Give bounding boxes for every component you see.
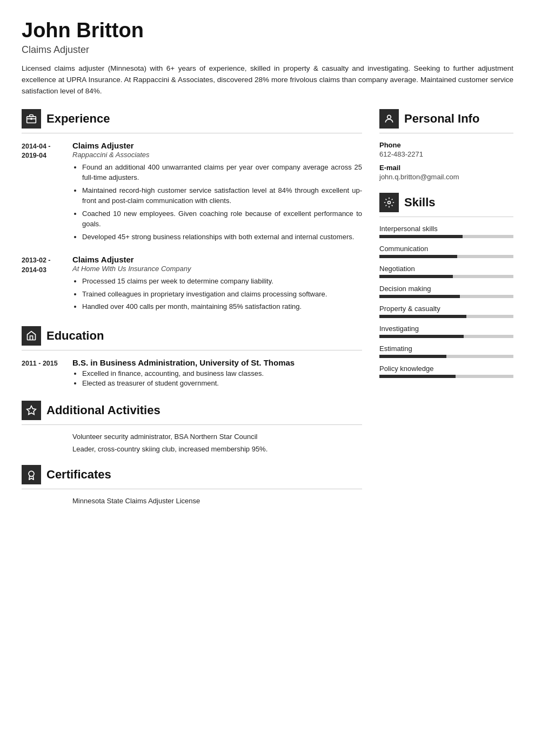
- activities-heading: Additional Activities: [22, 401, 362, 420]
- certificate-item: Minnesota State Claims Adjuster License: [22, 497, 362, 505]
- skill-bar-fill: [379, 355, 446, 358]
- education-item: 2011 - 2015 B.S. in Business Administrat…: [22, 358, 362, 389]
- experience-list: 2014-04 -2019-04 Claims Adjuster Rappacc…: [22, 141, 362, 314]
- edu-content: B.S. in Business Administration, Univers…: [72, 358, 362, 389]
- skill-item: Negotiation: [379, 265, 513, 278]
- exp-job-title: Claims Adjuster: [72, 255, 362, 264]
- candidate-summary: Licensed claims adjuster (Minnesota) wit…: [22, 63, 513, 97]
- skills-divider: [379, 217, 513, 217]
- skill-bar-fill: [379, 275, 453, 278]
- skills-list: Interpersonal skills Communication Negot…: [379, 225, 513, 378]
- phone-value: 612-483-2271: [379, 150, 513, 158]
- skill-name: Estimating: [379, 345, 513, 353]
- skill-bar-fill: [379, 295, 460, 298]
- exp-bullet: Found an additional 400 unwarranted clai…: [82, 162, 362, 183]
- exp-bullet: Coached 10 new employees. Given coaching…: [82, 208, 362, 230]
- skill-bar-fill: [379, 335, 464, 338]
- experience-item: 2014-04 -2019-04 Claims Adjuster Rappacc…: [22, 141, 362, 245]
- right-column: Personal Info Phone 612-483-2271 E-mail …: [379, 109, 513, 390]
- experience-title: Experience: [46, 112, 110, 126]
- skill-name: Negotiation: [379, 265, 513, 273]
- skill-bar-bg: [379, 275, 513, 278]
- edu-bullet: Elected as treasurer of student governme…: [82, 379, 362, 387]
- svg-point-6: [388, 201, 391, 204]
- skill-name: Interpersonal skills: [379, 225, 513, 233]
- skill-bar-fill: [379, 255, 457, 258]
- experience-item: 2013-02 -2014-03 Claims Adjuster At Home…: [22, 255, 362, 314]
- experience-heading: Experience: [22, 109, 362, 129]
- email-value: john.q.britton@gmail.com: [379, 173, 513, 181]
- skill-bar-fill: [379, 315, 466, 318]
- edu-degree: B.S. in Business Administration, Univers…: [72, 358, 362, 367]
- activity-item: Volunteer security administrator, BSA No…: [22, 433, 362, 441]
- exp-content: Claims Adjuster At Home With Us Insuranc…: [72, 255, 362, 314]
- exp-company: Rappaccini & Associates: [72, 151, 362, 159]
- candidate-name: John Britton: [22, 19, 513, 42]
- education-title: Education: [46, 329, 104, 343]
- activity-indent: [22, 445, 64, 453]
- activities-divider: [22, 424, 362, 425]
- skill-name: Policy knowledge: [379, 364, 513, 373]
- education-icon: [22, 326, 41, 346]
- skill-bar-bg: [379, 315, 513, 318]
- skill-bar-bg: [379, 255, 513, 258]
- skill-item: Interpersonal skills: [379, 225, 513, 238]
- education-divider: [22, 350, 362, 350]
- activity-text: Leader, cross-country skiing club, incre…: [72, 445, 268, 453]
- skill-name: Decision making: [379, 285, 513, 293]
- education-section: Education 2011 - 2015 B.S. in Business A…: [22, 326, 362, 389]
- skills-icon: [379, 193, 399, 212]
- skill-item: Investigating: [379, 325, 513, 338]
- skills-section: Skills Interpersonal skills Communicatio…: [379, 193, 513, 378]
- skill-name: Communication: [379, 245, 513, 253]
- skill-name: Property & casualty: [379, 305, 513, 313]
- exp-bullets: Found an additional 400 unwarranted clai…: [72, 162, 362, 242]
- edu-date: 2011 - 2015: [22, 358, 64, 389]
- skill-bar-bg: [379, 375, 513, 378]
- svg-rect-2: [30, 118, 32, 119]
- skill-bar-fill: [379, 235, 463, 238]
- exp-date: 2014-04 -2019-04: [22, 141, 64, 245]
- certificates-list: Minnesota State Claims Adjuster License: [22, 497, 362, 505]
- exp-bullet: Trained colleagues in proprietary invest…: [82, 289, 362, 300]
- personal-divider: [379, 133, 513, 133]
- skill-bar-fill: [379, 375, 456, 378]
- experience-section: Experience 2014-04 -2019-04 Claims Adjus…: [22, 109, 362, 314]
- activity-text: Volunteer security administrator, BSA No…: [72, 433, 258, 441]
- certificates-divider: [22, 489, 362, 489]
- activities-section: Additional Activities Volunteer security…: [22, 401, 362, 453]
- exp-date: 2013-02 -2014-03: [22, 255, 64, 314]
- exp-bullet: Processed 15 claims per week to determin…: [82, 276, 362, 287]
- skills-title: Skills: [404, 195, 435, 210]
- exp-bullet: Maintained record-high customer service …: [82, 185, 362, 206]
- resume-header: John Britton Claims Adjuster Licensed cl…: [22, 19, 513, 97]
- candidate-title: Claims Adjuster: [22, 44, 513, 56]
- main-content: Experience 2014-04 -2019-04 Claims Adjus…: [22, 109, 513, 517]
- certificates-heading: Certificates: [22, 465, 362, 484]
- activities-list: Volunteer security administrator, BSA No…: [22, 433, 362, 453]
- personal-info-heading: Personal Info: [379, 109, 513, 129]
- email-label: E-mail: [379, 164, 513, 172]
- skills-heading: Skills: [379, 193, 513, 212]
- exp-job-title: Claims Adjuster: [72, 141, 362, 150]
- skill-bar-bg: [379, 295, 513, 298]
- skill-item: Decision making: [379, 285, 513, 298]
- exp-content: Claims Adjuster Rappaccini & Associates …: [72, 141, 362, 245]
- personal-info-title: Personal Info: [404, 112, 479, 126]
- personal-info-section: Personal Info Phone 612-483-2271 E-mail …: [379, 109, 513, 181]
- skill-name: Investigating: [379, 325, 513, 333]
- certificates-section: Certificates Minnesota State Claims Adju…: [22, 465, 362, 505]
- activity-indent: [22, 433, 64, 441]
- edu-bullet: Excelled in finance, accounting, and bus…: [82, 369, 362, 377]
- cert-indent: [22, 497, 64, 505]
- skill-item: Estimating: [379, 345, 513, 358]
- experience-icon: [22, 109, 41, 129]
- skill-item: Communication: [379, 245, 513, 258]
- phone-label: Phone: [379, 141, 513, 149]
- activities-icon: [22, 401, 41, 420]
- skill-bar-bg: [379, 355, 513, 358]
- education-heading: Education: [22, 326, 362, 346]
- exp-bullet: Handled over 400 calls per month, mainta…: [82, 301, 362, 312]
- skill-item: Property & casualty: [379, 305, 513, 318]
- experience-divider: [22, 133, 362, 133]
